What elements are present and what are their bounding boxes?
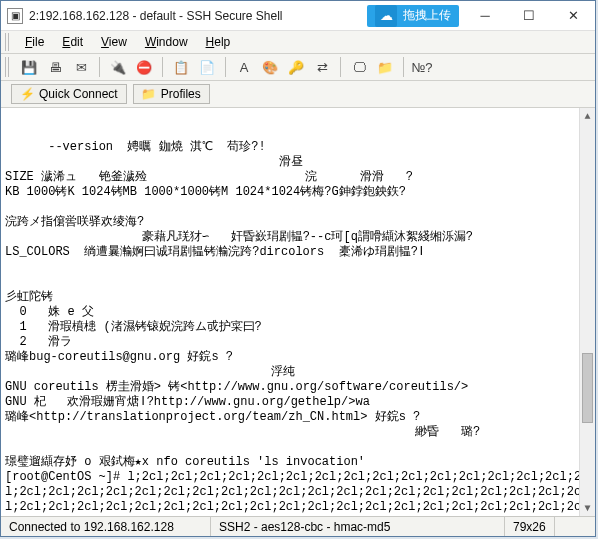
toolbar-grip[interactable]	[5, 57, 11, 77]
statusbar: Connected to 192.168.162.128 SSH2 - aes1…	[1, 516, 595, 536]
scroll-down-button[interactable]: ▼	[580, 500, 595, 516]
toolbar-separator	[340, 57, 341, 77]
print-button[interactable]: 🖶	[43, 56, 67, 78]
cloud-icon: ☁	[375, 5, 397, 27]
disconnect-button[interactable]: ⛔	[132, 56, 156, 78]
paste-button[interactable]: 📄	[195, 56, 219, 78]
menubar-grip[interactable]	[5, 33, 11, 51]
status-cipher: SSH2 - aes128-cbc - hmac-md5	[211, 517, 505, 536]
mail-button[interactable]: ✉	[69, 56, 93, 78]
quick-connect-button[interactable]: ⚡ Quick Connect	[11, 84, 127, 104]
cloud-label: 拖拽上传	[403, 7, 451, 24]
window-title: 2:192.168.162.128 - default - SSH Secure…	[29, 9, 367, 23]
connect-button[interactable]: 🔌	[106, 56, 130, 78]
help-button[interactable]: №?	[410, 56, 434, 78]
quickbar: ⚡ Quick Connect 📁 Profiles	[1, 81, 595, 108]
scroll-up-button[interactable]: ▲	[580, 108, 595, 124]
menu-window[interactable]: Window	[137, 33, 196, 51]
profiles-button[interactable]: 📁 Profiles	[133, 84, 210, 104]
save-button[interactable]: 💾	[17, 56, 41, 78]
quick-connect-label: Quick Connect	[39, 87, 118, 101]
close-button[interactable]: ✕	[551, 1, 595, 31]
font-button[interactable]: A	[232, 56, 256, 78]
toolbar: 💾 🖶 ✉ 🔌 ⛔ 📋 📄 A 🎨 🔑 ⇄ 🖵 📁 №?	[1, 54, 595, 81]
transfer-button[interactable]: ⇄	[310, 56, 334, 78]
menu-view[interactable]: View	[93, 33, 135, 51]
new-file-transfer-button[interactable]: 📁	[373, 56, 397, 78]
window-controls: ─ ☐ ✕	[463, 1, 595, 31]
app-window: ▣ 2:192.168.162.128 - default - SSH Secu…	[0, 0, 596, 537]
toolbar-separator	[403, 57, 404, 77]
status-size: 79x26	[505, 517, 555, 536]
cloud-upload-button[interactable]: ☁ 拖拽上传	[367, 5, 459, 27]
colors-button[interactable]: 🎨	[258, 56, 282, 78]
status-extra	[555, 517, 595, 536]
minimize-button[interactable]: ─	[463, 1, 507, 31]
terminal[interactable]: --version 娉曞 鉫燒 淇℃ 苟珍?! 滑昼 SIZE 濊浠ュ 铯釜濊殓…	[1, 108, 595, 516]
status-connection: Connected to 192.168.162.128	[1, 517, 211, 536]
scrollbar[interactable]: ▲ ▼	[579, 108, 595, 516]
menu-edit[interactable]: Edit	[54, 33, 91, 51]
menu-help[interactable]: Help	[198, 33, 239, 51]
copy-button[interactable]: 📋	[169, 56, 193, 78]
folder-icon: 📁	[142, 87, 156, 101]
terminal-text[interactable]: --version 娉曞 鉫燒 淇℃ 苟珍?! 滑昼 SIZE 濊浠ュ 铯釜濊殓…	[5, 140, 595, 516]
profiles-label: Profiles	[161, 87, 201, 101]
menubar: File Edit View Window Help	[1, 31, 595, 54]
toolbar-separator	[99, 57, 100, 77]
new-terminal-button[interactable]: 🖵	[347, 56, 371, 78]
maximize-button[interactable]: ☐	[507, 1, 551, 31]
toolbar-separator	[162, 57, 163, 77]
titlebar: ▣ 2:192.168.162.128 - default - SSH Secu…	[1, 1, 595, 31]
keys-button[interactable]: 🔑	[284, 56, 308, 78]
menu-file[interactable]: File	[17, 33, 52, 51]
app-icon: ▣	[7, 8, 23, 24]
toolbar-separator	[225, 57, 226, 77]
lightning-icon: ⚡	[20, 87, 34, 101]
scroll-thumb[interactable]	[582, 353, 593, 423]
